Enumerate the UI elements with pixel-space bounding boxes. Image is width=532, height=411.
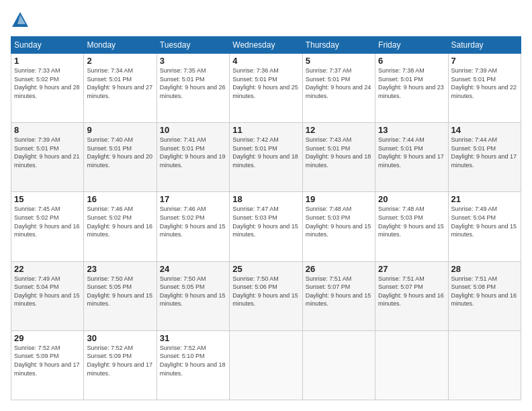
day-info: Sunrise: 7:34 AMSunset: 5:01 PMDaylight:… — [87, 66, 153, 100]
calendar-cell: 25Sunrise: 7:50 AMSunset: 5:06 PMDayligh… — [230, 261, 302, 330]
day-info: Sunrise: 7:48 AMSunset: 5:03 PMDaylight:… — [378, 205, 445, 238]
day-info: Sunrise: 7:37 AMSunset: 5:01 PMDaylight:… — [306, 66, 372, 100]
day-number: 8 — [14, 125, 81, 135]
day-info: Sunrise: 7:49 AMSunset: 5:04 PMDaylight:… — [14, 275, 81, 308]
day-info: Sunrise: 7:51 AMSunset: 5:08 PMDaylight:… — [451, 275, 518, 308]
day-number: 24 — [160, 264, 226, 274]
day-number: 29 — [14, 333, 81, 343]
day-number: 1 — [14, 56, 81, 66]
day-info: Sunrise: 7:44 AMSunset: 5:01 PMDaylight:… — [378, 136, 445, 169]
day-info: Sunrise: 7:51 AMSunset: 5:07 PMDaylight:… — [306, 275, 372, 308]
calendar-cell: 10Sunrise: 7:41 AMSunset: 5:01 PMDayligh… — [157, 123, 229, 192]
calendar-cell: 26Sunrise: 7:51 AMSunset: 5:07 PMDayligh… — [302, 261, 375, 330]
calendar-cell — [375, 330, 448, 400]
day-number: 12 — [306, 125, 372, 135]
day-info: Sunrise: 7:46 AMSunset: 5:02 PMDaylight:… — [160, 205, 226, 238]
calendar-cell: 7Sunrise: 7:39 AMSunset: 5:01 PMDaylight… — [448, 54, 521, 123]
calendar-day-header: Thursday — [302, 37, 375, 54]
day-info: Sunrise: 7:41 AMSunset: 5:01 PMDaylight:… — [160, 136, 226, 169]
day-info: Sunrise: 7:49 AMSunset: 5:04 PMDaylight:… — [451, 205, 518, 238]
calendar-cell: 28Sunrise: 7:51 AMSunset: 5:08 PMDayligh… — [448, 261, 521, 330]
calendar-cell: 17Sunrise: 7:46 AMSunset: 5:02 PMDayligh… — [157, 192, 229, 261]
day-info: Sunrise: 7:33 AMSunset: 5:02 PMDaylight:… — [14, 66, 81, 100]
day-number: 28 — [451, 264, 518, 274]
calendar-cell: 6Sunrise: 7:38 AMSunset: 5:01 PMDaylight… — [375, 54, 448, 123]
calendar-cell: 5Sunrise: 7:37 AMSunset: 5:01 PMDaylight… — [302, 54, 375, 123]
calendar: SundayMondayTuesdayWednesdayThursdayFrid… — [11, 36, 521, 400]
calendar-day-header: Tuesday — [157, 37, 229, 54]
day-number: 10 — [160, 125, 226, 135]
calendar-cell: 22Sunrise: 7:49 AMSunset: 5:04 PMDayligh… — [11, 261, 84, 330]
day-number: 14 — [451, 125, 518, 135]
day-number: 16 — [87, 194, 153, 204]
calendar-cell: 18Sunrise: 7:47 AMSunset: 5:03 PMDayligh… — [230, 192, 302, 261]
calendar-week-row: 8Sunrise: 7:39 AMSunset: 5:01 PMDaylight… — [11, 123, 521, 192]
calendar-cell: 23Sunrise: 7:50 AMSunset: 5:05 PMDayligh… — [84, 261, 157, 330]
day-number: 3 — [160, 56, 226, 66]
calendar-day-header: Wednesday — [230, 37, 302, 54]
calendar-week-row: 1Sunrise: 7:33 AMSunset: 5:02 PMDaylight… — [11, 54, 521, 123]
day-number: 30 — [87, 333, 153, 343]
day-info: Sunrise: 7:50 AMSunset: 5:05 PMDaylight:… — [160, 275, 226, 308]
calendar-cell — [302, 330, 375, 400]
calendar-cell: 29Sunrise: 7:52 AMSunset: 5:09 PMDayligh… — [11, 330, 84, 400]
day-info: Sunrise: 7:39 AMSunset: 5:01 PMDaylight:… — [14, 136, 81, 169]
day-info: Sunrise: 7:35 AMSunset: 5:01 PMDaylight:… — [160, 66, 226, 100]
day-number: 7 — [451, 56, 518, 66]
day-info: Sunrise: 7:47 AMSunset: 5:03 PMDaylight:… — [232, 205, 299, 238]
day-number: 25 — [232, 264, 299, 274]
calendar-cell — [230, 330, 302, 400]
calendar-header-row: SundayMondayTuesdayWednesdayThursdayFrid… — [11, 37, 521, 54]
calendar-cell: 27Sunrise: 7:51 AMSunset: 5:07 PMDayligh… — [375, 261, 448, 330]
day-info: Sunrise: 7:43 AMSunset: 5:01 PMDaylight:… — [306, 136, 372, 169]
day-number: 23 — [87, 264, 153, 274]
calendar-cell: 31Sunrise: 7:52 AMSunset: 5:10 PMDayligh… — [157, 330, 229, 400]
day-info: Sunrise: 7:38 AMSunset: 5:01 PMDaylight:… — [378, 66, 445, 100]
calendar-cell: 13Sunrise: 7:44 AMSunset: 5:01 PMDayligh… — [375, 123, 448, 192]
day-number: 31 — [160, 333, 226, 343]
calendar-cell: 11Sunrise: 7:42 AMSunset: 5:01 PMDayligh… — [230, 123, 302, 192]
day-number: 6 — [378, 56, 445, 66]
day-number: 20 — [378, 194, 445, 204]
day-number: 15 — [14, 194, 81, 204]
calendar-cell: 3Sunrise: 7:35 AMSunset: 5:01 PMDaylight… — [157, 54, 229, 123]
calendar-week-row: 29Sunrise: 7:52 AMSunset: 5:09 PMDayligh… — [11, 330, 521, 400]
day-number: 19 — [306, 194, 372, 204]
page: SundayMondayTuesdayWednesdayThursdayFrid… — [0, 0, 532, 411]
calendar-cell: 24Sunrise: 7:50 AMSunset: 5:05 PMDayligh… — [157, 261, 229, 330]
calendar-cell: 16Sunrise: 7:46 AMSunset: 5:02 PMDayligh… — [84, 192, 157, 261]
day-info: Sunrise: 7:51 AMSunset: 5:07 PMDaylight:… — [378, 275, 445, 308]
calendar-cell: 14Sunrise: 7:44 AMSunset: 5:01 PMDayligh… — [448, 123, 521, 192]
day-number: 9 — [87, 125, 153, 135]
calendar-day-header: Sunday — [11, 37, 84, 54]
day-number: 5 — [306, 56, 372, 66]
day-info: Sunrise: 7:46 AMSunset: 5:02 PMDaylight:… — [87, 205, 153, 238]
calendar-cell: 15Sunrise: 7:45 AMSunset: 5:02 PMDayligh… — [11, 192, 84, 261]
calendar-cell: 21Sunrise: 7:49 AMSunset: 5:04 PMDayligh… — [448, 192, 521, 261]
calendar-cell: 19Sunrise: 7:48 AMSunset: 5:03 PMDayligh… — [302, 192, 375, 261]
day-number: 17 — [160, 194, 226, 204]
calendar-cell: 4Sunrise: 7:36 AMSunset: 5:01 PMDaylight… — [230, 54, 302, 123]
calendar-cell: 12Sunrise: 7:43 AMSunset: 5:01 PMDayligh… — [302, 123, 375, 192]
calendar-week-row: 22Sunrise: 7:49 AMSunset: 5:04 PMDayligh… — [11, 261, 521, 330]
day-info: Sunrise: 7:36 AMSunset: 5:01 PMDaylight:… — [232, 66, 299, 100]
day-info: Sunrise: 7:50 AMSunset: 5:05 PMDaylight:… — [87, 275, 153, 308]
calendar-day-header: Monday — [84, 37, 157, 54]
day-info: Sunrise: 7:50 AMSunset: 5:06 PMDaylight:… — [232, 275, 299, 308]
day-number: 18 — [232, 194, 299, 204]
calendar-cell — [448, 330, 521, 400]
calendar-cell: 8Sunrise: 7:39 AMSunset: 5:01 PMDaylight… — [11, 123, 84, 192]
day-number: 2 — [87, 56, 153, 66]
day-info: Sunrise: 7:45 AMSunset: 5:02 PMDaylight:… — [14, 205, 81, 238]
day-number: 26 — [306, 264, 372, 274]
day-number: 13 — [378, 125, 445, 135]
day-info: Sunrise: 7:52 AMSunset: 5:09 PMDaylight:… — [87, 344, 153, 377]
day-info: Sunrise: 7:52 AMSunset: 5:10 PMDaylight:… — [160, 344, 226, 377]
calendar-week-row: 15Sunrise: 7:45 AMSunset: 5:02 PMDayligh… — [11, 192, 521, 261]
calendar-cell: 20Sunrise: 7:48 AMSunset: 5:03 PMDayligh… — [375, 192, 448, 261]
day-number: 11 — [232, 125, 299, 135]
logo-icon — [11, 11, 30, 30]
calendar-day-header: Friday — [375, 37, 448, 54]
calendar-cell: 30Sunrise: 7:52 AMSunset: 5:09 PMDayligh… — [84, 330, 157, 400]
day-info: Sunrise: 7:39 AMSunset: 5:01 PMDaylight:… — [451, 66, 518, 100]
